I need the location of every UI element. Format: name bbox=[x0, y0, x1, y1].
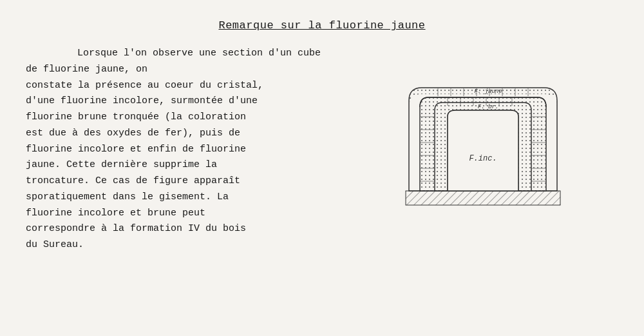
text-line-10: fluorine incolore et brune peut bbox=[26, 206, 335, 222]
text-line-7: jaune. Cette dernière supprime la bbox=[26, 157, 335, 173]
text-line-12: du Sureau. bbox=[26, 237, 335, 253]
svg-rect-2 bbox=[406, 191, 560, 205]
text-line-3: d'une fluorine incolore, surmontée d'une bbox=[26, 94, 335, 110]
text-line-1: Lorsque l'on observe une section d'un cu… bbox=[26, 46, 335, 78]
text-line-11: correspondre à la formation IV du bois bbox=[26, 221, 335, 237]
text-line-9: sporatiquement dans le gisement. La bbox=[26, 190, 335, 206]
paragraph: Lorsque l'on observe une section d'un cu… bbox=[26, 46, 335, 253]
svg-text:F.inc.: F.inc. bbox=[469, 154, 497, 163]
text-line-5: est due à des oxydes de fer), puis de bbox=[26, 126, 335, 142]
page: Remarque sur la fluorine jaune Lorsque l… bbox=[0, 0, 644, 336]
diagram-area: F. jaune F. br. F.inc. bbox=[335, 46, 618, 213]
text-line-8: troncature. Ce cas de figure apparaît bbox=[26, 173, 335, 190]
text-line-4: fluorine brune tronquée (la coloration bbox=[26, 110, 335, 126]
page-title: Remarque sur la fluorine jaune bbox=[26, 19, 618, 32]
diagram-svg: F. jaune F. br. F.inc. bbox=[393, 65, 573, 213]
content-area: Lorsque l'on observe une section d'un cu… bbox=[26, 46, 618, 253]
text-line-2: constate la présence au coeur du cristal… bbox=[26, 78, 335, 94]
fluorine-diagram: F. jaune F. br. F.inc. bbox=[393, 65, 573, 213]
svg-text:F. jaune: F. jaune bbox=[474, 88, 502, 95]
text-body: Lorsque l'on observe une section d'un cu… bbox=[26, 46, 335, 253]
text-line-6: fluorine incolore et enfin de fluorine bbox=[26, 142, 335, 158]
